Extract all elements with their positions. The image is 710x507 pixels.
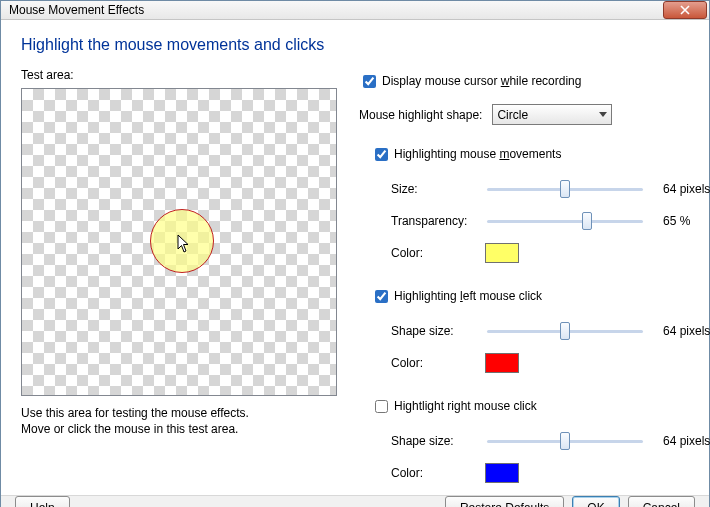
hl-right-row: Hightlight right mouse click: [371, 393, 710, 419]
display-cursor-checkbox[interactable]: [363, 75, 376, 88]
hl-left-color-row: Color:: [391, 349, 710, 377]
hl-right-size-value: 64 pixels: [663, 434, 710, 448]
cancel-button[interactable]: Cancel: [628, 496, 695, 507]
hl-right-checkbox[interactable]: [375, 400, 388, 413]
hl-right-color-row: Color:: [391, 459, 710, 487]
hl-left-row: Highlighting left mouse click: [371, 283, 710, 309]
ok-button[interactable]: OK: [572, 496, 619, 507]
titlebar: Mouse Movement Effects: [1, 1, 709, 20]
close-button[interactable]: [663, 1, 707, 19]
hl-move-size-row: Size: 64 pixels: [391, 175, 710, 203]
hl-left-label: Highlighting left mouse click: [394, 289, 542, 303]
hl-right-size-label: Shape size:: [391, 434, 485, 448]
hl-move-label: Highlighting mouse movements: [394, 147, 561, 161]
display-cursor-row: Display mouse cursor while recording: [359, 68, 710, 94]
hl-right-size-slider[interactable]: [487, 440, 643, 443]
shape-row: Mouse highlight shape: Circle: [359, 104, 710, 125]
close-icon: [680, 5, 690, 15]
test-area-label: Test area:: [21, 68, 337, 82]
test-hint-2: Move or click the mouse in this test are…: [21, 422, 337, 436]
hl-right-label: Hightlight right mouse click: [394, 399, 537, 413]
hl-move-color-swatch[interactable]: [485, 243, 519, 263]
hl-move-trans-row: Transparency: 65 %: [391, 207, 710, 235]
shape-selected: Circle: [497, 108, 528, 122]
hl-right-color-label: Color:: [391, 466, 485, 480]
page-title: Highlight the mouse movements and clicks: [21, 36, 689, 54]
hl-move-size-label: Size:: [391, 182, 485, 196]
hl-move-trans-value: 65 %: [663, 214, 690, 228]
help-button[interactable]: Help: [15, 496, 70, 507]
shape-label: Mouse highlight shape:: [359, 108, 482, 122]
hl-move-size-value: 64 pixels: [663, 182, 710, 196]
test-hint-1: Use this area for testing the mouse effe…: [21, 406, 337, 420]
hl-left-color-swatch[interactable]: [485, 353, 519, 373]
test-area[interactable]: [21, 88, 337, 396]
hl-left-color-label: Color:: [391, 356, 485, 370]
footer: Help Restore Defaults OK Cancel: [1, 495, 709, 507]
content-area: Highlight the mouse movements and clicks…: [1, 20, 709, 495]
shape-select[interactable]: Circle: [492, 104, 612, 125]
hl-left-size-row: Shape size: 64 pixels: [391, 317, 710, 345]
window-title: Mouse Movement Effects: [9, 3, 663, 17]
cursor-icon: [177, 234, 191, 254]
right-column: Display mouse cursor while recording Mou…: [359, 68, 710, 487]
hl-move-size-slider[interactable]: [487, 188, 643, 191]
hl-right-color-swatch[interactable]: [485, 463, 519, 483]
hl-move-trans-label: Transparency:: [391, 214, 485, 228]
hl-move-checkbox[interactable]: [375, 148, 388, 161]
hl-move-color-row: Color:: [391, 239, 710, 267]
chevron-down-icon: [599, 112, 607, 118]
hl-right-size-row: Shape size: 64 pixels: [391, 427, 710, 455]
body: Test area: Use this area for testing the…: [21, 68, 689, 487]
hl-move-color-label: Color:: [391, 246, 485, 260]
hl-move-row: Highlighting mouse movements: [371, 141, 710, 167]
hl-left-size-value: 64 pixels: [663, 324, 710, 338]
hl-left-size-slider[interactable]: [487, 330, 643, 333]
hl-move-trans-slider[interactable]: [487, 220, 643, 223]
restore-defaults-button[interactable]: Restore Defaults: [445, 496, 564, 507]
hl-left-checkbox[interactable]: [375, 290, 388, 303]
dialog-window: Mouse Movement Effects Highlight the mou…: [0, 0, 710, 507]
left-column: Test area: Use this area for testing the…: [21, 68, 337, 487]
hl-left-size-label: Shape size:: [391, 324, 485, 338]
display-cursor-label: Display mouse cursor while recording: [382, 74, 581, 88]
